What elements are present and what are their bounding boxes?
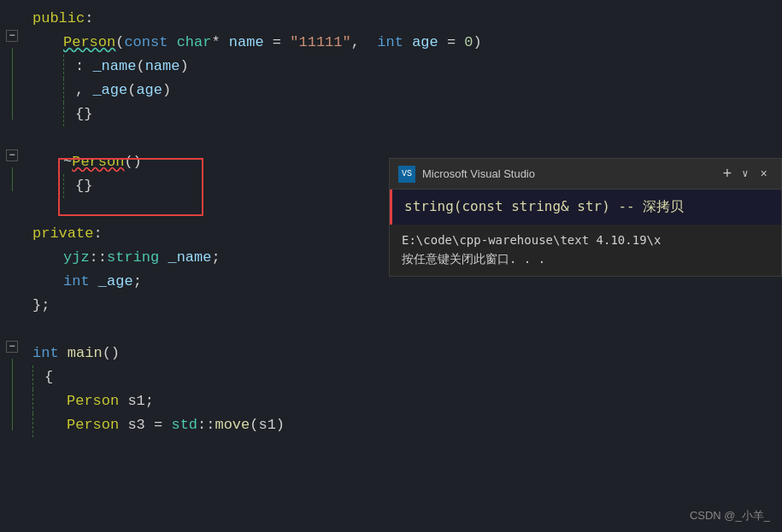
line-main: int main() <box>32 342 782 365</box>
vs-popup[interactable]: VS Microsoft Visual Studio + ∨ × string(… <box>389 158 782 277</box>
gutter-fold-constructor[interactable]: − <box>0 24 24 48</box>
gutter-field-2 <box>0 263 24 287</box>
popup-title: Microsoft Visual Studio <box>422 167 713 180</box>
popup-path: E:\code\cpp-warehouse\text_4.10.19\x <box>402 233 769 247</box>
line-blank3 <box>32 318 782 342</box>
gutter-line-1 <box>0 0 24 24</box>
line-public: public: <box>32 7 782 31</box>
popup-hint: 按任意键关闭此窗口. . . <box>402 252 769 267</box>
gutter-field-1 <box>0 239 24 263</box>
vs-icon: VS <box>398 166 415 183</box>
gutter-blank-1 <box>0 120 24 143</box>
line-s3: Person s3 = std::move(s1) <box>32 413 782 437</box>
int-main-keyword: int <box>32 342 59 365</box>
fold-minus-destructor[interactable]: − <box>6 149 18 161</box>
gutter-blank-3 <box>0 311 24 335</box>
vs-icon-text: VS <box>402 169 412 178</box>
popup-body: E:\code\cpp-warehouse\text_4.10.19\x 按任意… <box>390 225 781 276</box>
gutter-fold-main[interactable]: − <box>0 335 24 359</box>
gutter-private <box>0 215 24 239</box>
gutter-line-3 <box>0 48 24 72</box>
line-s1: Person s1; <box>32 389 782 413</box>
class-name-constructor: Person <box>63 31 115 55</box>
gutter-line-5 <box>0 96 24 120</box>
line-brace3: }; <box>32 294 782 318</box>
gutter-blank-2 <box>0 191 24 215</box>
fold-minus-constructor[interactable]: − <box>6 30 18 42</box>
code-area: − − − public: <box>0 0 782 532</box>
gutter-fold-destructor[interactable]: − <box>0 143 24 167</box>
destructor-name: Person <box>72 150 124 174</box>
watermark: CSDN @_小羊_ <box>690 508 770 523</box>
popup-titlebar: VS Microsoft Visual Studio + ∨ × <box>390 159 781 190</box>
line-init2: , _age(age) <box>32 79 782 102</box>
keyword-private: private <box>32 222 93 246</box>
popup-highlight-text: string(const string& str) -- 深拷贝 <box>404 198 684 214</box>
line-brace1: {} <box>32 102 782 126</box>
gutter-brace3 <box>0 287 24 311</box>
fold-minus-main[interactable]: − <box>6 341 18 353</box>
keyword-public: public <box>32 7 85 31</box>
gutter-main-2 <box>0 359 24 383</box>
gutter-dtor-2 <box>0 167 24 191</box>
int-keyword: int <box>63 270 90 294</box>
line-constructor: Person(const char* name = ″11111″, int a… <box>32 31 782 55</box>
gutter-line-4 <box>0 72 24 96</box>
popup-highlight-line: string(const string& str) -- 深拷贝 <box>390 190 781 225</box>
gutter: − − − <box>0 0 24 430</box>
popup-new-tab-button[interactable]: + <box>720 166 736 183</box>
main-fn-name: main <box>68 342 103 365</box>
gutter-main-3 <box>0 383 24 406</box>
gutter-main-4 <box>0 406 24 430</box>
line-blank1 <box>32 126 782 150</box>
popup-chevron-button[interactable]: ∨ <box>742 167 748 180</box>
line-brace4: { <box>32 365 782 389</box>
line-init1: : _name(name) <box>32 55 782 79</box>
popup-close-button[interactable]: × <box>756 166 773 183</box>
